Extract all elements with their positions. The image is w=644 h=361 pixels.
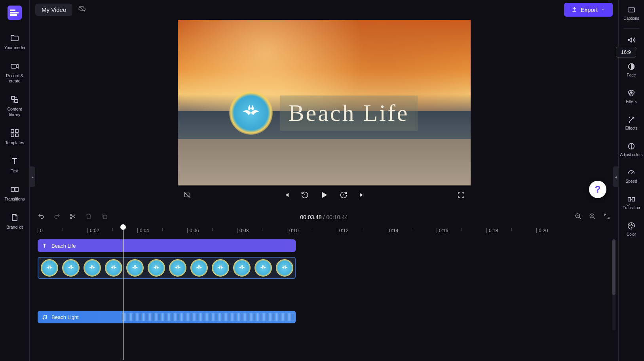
rs-item-color[interactable]: Color [625,216,637,243]
audio-track[interactable]: Beach Light [38,311,610,323]
audio-clip[interactable]: Beach Light [38,311,296,323]
rs-item-label: Adjust colors [620,153,642,157]
clip-thumbnail [41,259,58,277]
clip-thumbnail [212,259,229,277]
clip-thumbnail [105,259,122,277]
clip-thumbnail [255,259,272,277]
rs-item-speed[interactable]: Speed [625,163,638,189]
more-properties-chevron[interactable] [625,202,631,210]
forward-5s-button[interactable]: 5 [340,191,348,199]
svg-rect-0 [11,64,16,68]
preview-canvas[interactable]: Beach Life [178,20,471,185]
svg-point-25 [70,214,72,216]
app-logo[interactable] [8,6,22,20]
undo-button[interactable] [38,213,45,222]
rewind-5s-button[interactable]: 5 [301,191,309,199]
audio-icon [627,36,636,44]
ruler-tick-label: 0 [38,228,43,233]
aspect-ratio-selector[interactable]: 16:9 [616,47,636,57]
ruler-tick-label: 0:06 [187,228,199,233]
project-title[interactable]: My Video [35,4,72,16]
captions-icon [627,6,636,14]
svg-rect-15 [628,197,631,201]
title-overlay: Beach Life [229,91,418,135]
svg-point-17 [629,225,630,225]
sidebar-item-brand-kit[interactable]: Brand kit [5,207,24,235]
svg-point-30 [43,318,44,319]
svg-rect-3 [11,130,14,132]
video-clip[interactable] [38,284,296,306]
camera-icon [10,61,19,71]
fade-icon [627,62,636,71]
total-time: 00:10.44 [326,214,348,220]
sidebar-item-transitions[interactable]: Transitions [3,179,27,207]
rs-item-fade[interactable]: Fade [626,57,637,83]
fullscreen-button[interactable] [457,191,465,199]
text-track[interactable]: Beach Life [38,239,610,252]
skip-back-button[interactable] [283,191,291,199]
ruler-tick-label: 0:14 [387,228,398,233]
rs-item-label: Speed [626,179,637,184]
sidebar-separator [623,28,639,29]
filters-icon [627,89,636,97]
sidebar-item-record-create[interactable]: Record & create [0,56,29,89]
export-button[interactable]: Export [564,3,613,17]
overlay-track[interactable] [38,257,610,279]
rs-item-captions[interactable]: Captions [622,0,640,27]
svg-rect-16 [632,197,635,201]
scrollbar-thumb[interactable] [612,239,616,295]
redo-button[interactable] [53,213,61,222]
sidebar-item-label: Your media [4,45,25,50]
timeline-toolbar: 00:03.48 / 00:10.44 [30,210,618,224]
sidebar-item-text[interactable]: Text [8,151,21,179]
help-button[interactable]: ? [589,181,606,198]
music-note-icon [42,314,47,320]
zoom-in-button[interactable] [589,213,596,222]
safe-zones-toggle[interactable] [183,191,191,199]
palm-logo-badge [229,91,273,135]
sidebar-item-content-library[interactable]: Content library [0,89,29,122]
sidebar-item-label: Text [11,168,18,174]
audio-waveform [121,313,294,321]
rs-item-adjust-colors[interactable]: Adjust colors [619,136,644,163]
duplicate-button[interactable] [101,213,108,222]
svg-point-31 [46,317,47,319]
sidebar-item-label: Brand kit [6,225,23,230]
ruler-tick-label: 0:20 [536,228,548,233]
cloud-sync-off-icon[interactable] [78,5,86,14]
playhead[interactable] [123,225,123,360]
rs-item-effects[interactable]: Effects [624,110,638,136]
rs-item-label: Filters [626,99,636,104]
split-button[interactable] [69,213,76,222]
speed-icon [627,168,636,177]
effects-icon [627,115,636,124]
templates-icon [10,128,19,138]
skip-forward-button[interactable] [358,191,366,199]
zoom-out-button[interactable] [575,213,582,222]
clip-thumbnail [233,259,251,277]
logo-overlay-clip[interactable] [38,257,296,279]
sidebar-item-label: Transitions [5,197,25,202]
fit-timeline-button[interactable] [603,213,610,222]
delete-button[interactable] [85,213,92,222]
video-track[interactable] [38,284,610,306]
svg-rect-8 [15,187,18,191]
play-button[interactable] [319,190,329,200]
export-button-label: Export [581,6,598,13]
ruler-tick-label: 0:10 [287,228,298,233]
sidebar-item-your-media[interactable]: Your media [3,28,27,56]
text-clip[interactable]: Beach Life [38,239,296,252]
sidebar-item-templates[interactable]: Templates [4,123,26,151]
timeline-scrollbar[interactable] [612,239,616,330]
rs-item-label: Effects [625,126,637,131]
rs-item-label: Captions [623,16,639,21]
clip-thumbnail [276,259,293,277]
rs-item-filters[interactable]: Filters [625,83,638,110]
clip-thumbnail [148,259,165,277]
svg-rect-4 [15,130,18,132]
svg-text:5: 5 [304,194,305,197]
sidebar-item-label: Record & create [2,73,28,84]
text-icon [42,243,47,249]
sidebar-item-label: Content library [2,107,28,117]
rs-item-label: Fade [627,73,636,78]
